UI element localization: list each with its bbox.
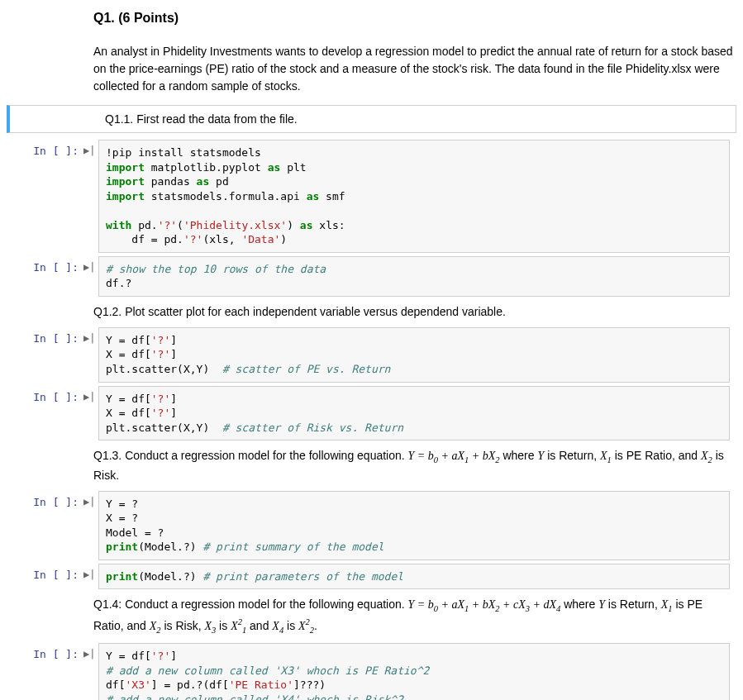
t: pd. [131,219,157,231]
kw: print [106,570,138,583]
t: (Model.?) [138,540,202,553]
t: X = ? [106,512,138,524]
q1-heading: Q1. (6 Points) [93,5,735,31]
kw: print [106,540,138,553]
t: ) [280,233,287,245]
t: ] [170,407,177,419]
t: df.? [106,277,131,289]
t: (Model.?) [138,570,202,583]
prompt: In [ ]: [0,491,83,508]
comment: # print summary of the model [202,540,383,553]
q12-instruction: Q1.2. Plot scatter plot for each indepen… [93,300,735,324]
t: plt [280,161,306,174]
t: plt.scatter(X,Y) [106,363,222,375]
str: 'Data' [241,233,280,245]
t: smf [319,190,345,202]
t: Y = ? [106,498,138,510]
comment: # add a new column called 'X3' whoch is … [106,664,429,677]
t: Y = df[ [106,393,151,405]
code-editor[interactable]: Y = df['?'] X = df['?'] plt.scatter(X,Y)… [98,386,730,441]
run-cell-icon[interactable]: ▶| [83,386,98,402]
t: ] = pd.?(df[ [151,679,229,691]
code-cell-6: In [ ]: ▶| print(Model.?) # print parame… [0,564,736,590]
t: X = df[ [106,348,151,360]
code-cell-5: In [ ]: ▶| Y = ? X = ? Model = ? print(M… [0,491,736,560]
kw: import [106,190,145,202]
run-cell-icon[interactable]: ▶| [83,256,98,273]
prompt: In [ ]: [0,327,83,345]
q13-instruction: Q1.3. Conduct a regression model for the… [93,444,735,488]
str: '?' [151,348,170,360]
kw: as [197,175,210,188]
code-cell-2: In [ ]: ▶| # show the top 10 rows of the… [0,256,736,297]
kw: import [106,161,145,174]
kw: as [307,190,320,202]
t: Model = ? [106,526,164,539]
q14-mid: is Risk, [161,619,205,632]
t: xls: [312,219,345,231]
str: '?' [158,219,177,231]
equation: Y = b0 + aX1 + bX2 [408,450,500,462]
code-editor[interactable]: print(Model.?) # print parameters of the… [98,564,730,590]
str: '?' [151,650,170,662]
q14-pre: Q1.4: Conduct a regression model for the… [93,598,408,611]
comment: # scatter of PE vs. Return [222,363,391,375]
q14-instruction: Q1.4: Conduct a regression model for the… [93,593,735,640]
t: ] [170,334,177,346]
prompt: In [ ]: [0,564,83,581]
q11-text: Q1.1. First read the data from the file. [18,112,298,126]
t: ] [170,393,177,405]
code-editor[interactable]: !pip install statsmodels import matplotl… [98,140,730,253]
run-cell-icon[interactable]: ▶| [83,491,98,507]
code-editor[interactable]: Y = ? X = ? Model = ? print(Model.?) # p… [98,491,730,560]
str: '?' [151,334,170,346]
code-cell-3: In [ ]: ▶| Y = df['?'] X = df['?'] plt.s… [0,327,736,383]
t: pandas [145,175,197,188]
str: '?' [183,233,202,245]
t: plt.scatter(X,Y) [106,421,222,434]
code-editor[interactable]: # show the top 10 rows of the data df.? [98,256,730,297]
run-cell-icon[interactable]: ▶| [83,643,98,660]
code-editor[interactable]: Y = df['?'] X = df['?'] plt.scatter(X,Y)… [98,327,730,383]
comment: # add a new column called 'X4' whoch is … [106,693,403,700]
q11-instruction: Q1.1. First read the data from the file. [7,105,736,133]
t: Y = df[ [106,334,151,346]
kw: with [106,219,131,231]
run-cell-icon[interactable]: ▶| [83,140,98,156]
t: ] [170,348,177,360]
comment: # scatter of Risk vs. Return [222,421,403,434]
t: ( [177,219,183,231]
t: X = df[ [106,407,151,419]
t: pd [209,175,228,188]
kw: import [106,175,145,188]
code-cell-1: In [ ]: ▶| !pip install statsmodels impo… [0,140,736,253]
str: '?' [151,393,170,405]
t: df[ [106,679,125,691]
kw: as [300,219,313,231]
prompt: In [ ]: [0,386,83,403]
equation: Y = b0 + aX1 + bX2 + cX3 + dX4 [408,598,561,611]
t: ] [170,650,177,662]
intro-text: An analyst in Phidelity Investments want… [93,40,735,98]
comment: # show the top 10 rows of the data [106,263,326,275]
prompt: In [ ]: [0,643,83,660]
code-cell-7: In [ ]: ▶| Y = df['?'] # add a new colum… [0,643,736,700]
t: (xls, [202,233,241,245]
t: matplotlib.pyplot [145,161,268,174]
code-text: !pip install statsmodels [106,146,261,159]
run-cell-icon[interactable]: ▶| [83,327,98,344]
t: df = pd. [106,233,183,245]
q13-pre: Q1.3. Conduct a regression model for the… [93,449,408,462]
comment: # print parameters of the model [202,570,403,583]
code-editor[interactable]: Y = df['?'] # add a new column called 'X… [98,643,730,700]
t: Y = df[ [106,650,151,662]
str: 'PE Ratio' [229,679,293,691]
run-cell-icon[interactable]: ▶| [83,564,98,580]
notebook: Q1. (6 Points) An analyst in Phidelity I… [0,5,743,700]
prompt: In [ ]: [0,256,83,274]
t: ]???) [293,679,326,691]
str: 'X3' [125,679,150,691]
prompt: In [ ]: [0,140,83,157]
t: statsmodels.formula.api [145,190,307,202]
str: 'Phidelity.xlsx' [183,219,287,231]
